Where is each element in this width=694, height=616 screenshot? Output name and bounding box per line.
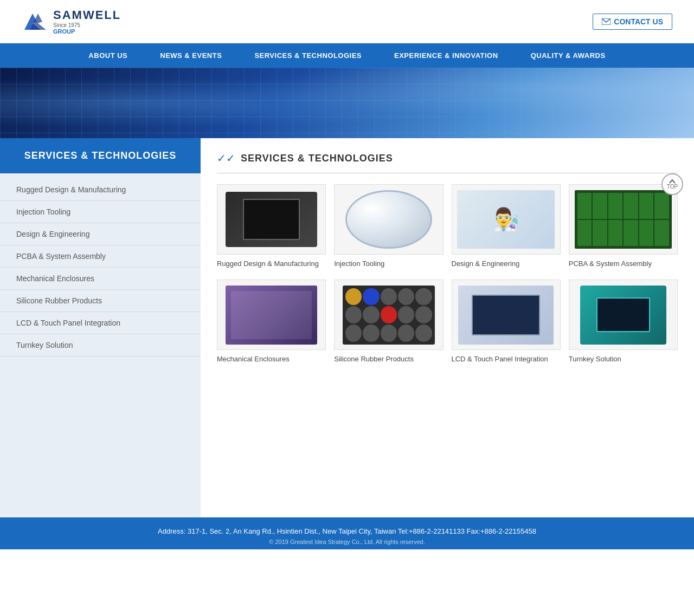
service-card-lcd[interactable]: LCD & Touch Panel Integration [452, 280, 561, 364]
sidebar-item-mechanical[interactable]: Mechanical Enclosures [0, 268, 201, 290]
service-card-design[interactable]: Design & Engineering [452, 184, 561, 269]
section-header: ✓✓ SERVICES & TECHNOLOGIES [217, 152, 678, 165]
silicone-keypad-image [343, 286, 434, 345]
footer-copyright: © 2019 Greatest Idea Strategy Co., Ltd. … [11, 539, 683, 545]
section-title: SERVICES & TECHNOLOGIES [241, 153, 393, 164]
sidebar-item-rugged[interactable]: Rugged Design & Manufacturing [0, 179, 201, 201]
services-grid-row2: Mechanical Enclosures [217, 280, 678, 364]
main-nav: ABOUT US NEWS & EVENTS SERVICES & TECHNO… [0, 43, 694, 68]
service-image-lcd [452, 280, 561, 350]
sidebar: SERVICES & TECHNOLOGIES Rugged Design & … [0, 138, 201, 517]
service-image-rugged [217, 184, 326, 255]
pcba-board-image [575, 190, 672, 249]
hero-banner [0, 68, 694, 138]
service-image-design [452, 184, 561, 255]
rugged-device-image [226, 192, 317, 247]
contact-us-label: CONTACT US [614, 17, 663, 26]
service-card-rugged[interactable]: Rugged Design & Manufacturing [217, 184, 326, 269]
service-image-turnkey [569, 280, 678, 350]
service-label-mechanical: Mechanical Enclosures [217, 354, 326, 364]
service-label-turnkey: Turnkey Solution [569, 354, 678, 364]
sidebar-title: SERVICES & TECHNOLOGIES [0, 138, 201, 173]
services-content: ✓✓ SERVICES & TECHNOLOGIES Rugged Design… [201, 138, 694, 517]
sidebar-item-injection[interactable]: Injection Tooling [0, 201, 201, 223]
logo-name: SAMWELL [53, 8, 121, 22]
mechanical-enclosure-image [226, 286, 317, 345]
sidebar-item-lcd[interactable]: LCD & Touch Panel Integration [0, 312, 201, 334]
footer: Address: 317-1, Sec. 2, An Kang Rd., Hsi… [0, 517, 694, 549]
top-label: TOP [667, 184, 678, 190]
service-card-injection[interactable]: Injection Tooling [334, 184, 443, 269]
service-image-pcba [569, 184, 678, 255]
service-card-turnkey[interactable]: Turnkey Solution [569, 280, 678, 364]
nav-about-us[interactable]: ABOUT US [72, 43, 144, 68]
footer-address: Address: 317-1, Sec. 2, An Kang Rd., Hsi… [11, 527, 683, 535]
logo-area: SAMWELL Since 1975 GROUP [22, 8, 121, 35]
sidebar-item-silicone[interactable]: Silicone Rubber Products [0, 290, 201, 312]
header: SAMWELL Since 1975 GROUP CONTACT US [0, 0, 694, 43]
service-label-design: Design & Engineering [452, 259, 561, 269]
logo-subtitle: Since 1975 [53, 22, 121, 28]
logo-group: GROUP [53, 28, 121, 35]
main-content: SERVICES & TECHNOLOGIES Rugged Design & … [0, 138, 694, 517]
envelope-icon [602, 18, 611, 25]
nav-quality-awards[interactable]: QUALITY & AWARDS [515, 43, 622, 68]
sidebar-menu: Rugged Design & Manufacturing Injection … [0, 173, 201, 362]
service-label-lcd: LCD & Touch Panel Integration [452, 354, 561, 364]
section-icon: ✓✓ [217, 152, 235, 165]
sidebar-item-pcba[interactable]: PCBA & System Assembly [0, 245, 201, 268]
nav-news-events[interactable]: NEWS & EVENTS [144, 43, 238, 68]
service-label-rugged: Rugged Design & Manufacturing [217, 259, 326, 269]
design-lab-image [457, 190, 554, 249]
service-label-injection: Injection Tooling [334, 259, 443, 269]
contact-us-link[interactable]: CONTACT US [593, 14, 672, 30]
service-image-silicone [334, 280, 443, 350]
sidebar-item-design[interactable]: Design & Engineering [0, 223, 201, 245]
nav-services-technologies[interactable]: SERVICES & TECHNOLOGIES [238, 43, 378, 68]
lcd-panel-image [458, 286, 553, 345]
service-card-silicone[interactable]: Silicone Rubber Products [334, 280, 443, 364]
chevron-up-icon [669, 179, 676, 184]
service-image-injection [334, 184, 443, 255]
section-divider [217, 173, 678, 173]
service-label-pcba: PCBA & System Assembly [569, 259, 678, 269]
service-card-mechanical[interactable]: Mechanical Enclosures [217, 280, 326, 364]
logo-text: SAMWELL Since 1975 GROUP [53, 8, 121, 35]
injection-dome-image [345, 190, 432, 249]
services-grid-row1: Rugged Design & Manufacturing Injection … [217, 184, 678, 269]
service-image-mechanical [217, 280, 326, 350]
nav-experience-innovation[interactable]: EXPERIENCE & INNOVATION [378, 43, 515, 68]
turnkey-device-image [580, 286, 666, 345]
service-label-silicone: Silicone Rubber Products [334, 354, 443, 364]
logo-icon [22, 8, 49, 35]
sidebar-item-turnkey[interactable]: Turnkey Solution [0, 334, 201, 356]
top-button[interactable]: TOP [661, 173, 683, 195]
service-card-pcba[interactable]: PCBA & System Assembly [569, 184, 678, 269]
